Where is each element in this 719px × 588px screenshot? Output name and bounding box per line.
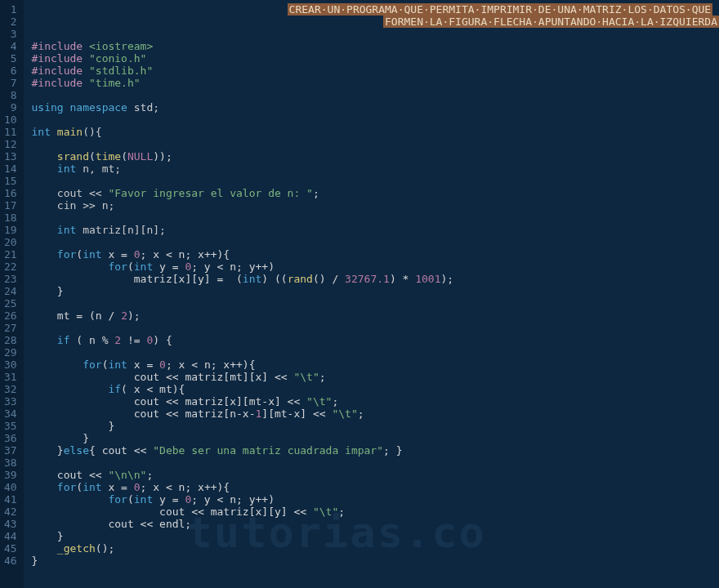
code-editor[interactable]: 1234567891011121314151617181920212223242…: [0, 0, 719, 588]
code-line: mt = (n / 2);: [32, 310, 719, 322]
line-number: 19: [3, 224, 17, 236]
line-number: 33: [3, 395, 17, 408]
code-line: for(int y = 0; y < n; y++): [32, 493, 719, 506]
line-number: 24: [3, 285, 17, 297]
code-line: cout << endl;: [32, 518, 719, 530]
line-number: 9: [3, 101, 17, 114]
code-line: cout << "\n\n";: [32, 469, 719, 481]
code-line: for(int x = 0; x < n; x++){: [32, 248, 719, 261]
line-number: 30: [3, 359, 17, 371]
code-line: cout << matriz[mt][x] << "\t";: [32, 371, 719, 383]
line-number: 14: [3, 163, 17, 175]
line-number: 25: [3, 297, 17, 310]
line-number: 42: [3, 506, 17, 518]
line-number: 26: [3, 310, 17, 322]
line-number: 28: [3, 334, 17, 346]
line-number: 17: [3, 199, 17, 212]
code-line: #include "stdlib.h": [32, 65, 719, 77]
code-line: [32, 322, 719, 334]
comment-banner: CREAR·UN·PROGRAMA·QUE·PERMITA·IMPRIMIR·D…: [288, 3, 713, 16]
code-line: #include "time.h": [32, 77, 719, 89]
code-line: #include "conio.h": [32, 52, 719, 65]
code-line: int n, mt;: [32, 163, 719, 175]
code-line: if ( n % 2 != 0) {: [32, 334, 719, 346]
code-line: }: [32, 530, 719, 542]
comment-banner: FORMEN·LA·FIGURA·FLECHA·APUNTANDO·HACIA·…: [383, 16, 719, 28]
line-number: 22: [3, 261, 17, 273]
code-line: for(int y = 0; y < n; y++): [32, 261, 719, 273]
code-line: int main(){: [32, 126, 719, 138]
code-line: [32, 175, 719, 187]
line-number: 4: [3, 40, 17, 52]
line-number: 2: [3, 16, 17, 28]
code-line: for(int x = 0; x < n; x++){: [32, 481, 719, 493]
line-number: 8: [3, 89, 17, 101]
code-line: cout << "Favor ingresar el valor de n: "…: [32, 187, 719, 199]
code-line: [32, 114, 719, 126]
code-line: #include <iostream>: [32, 40, 719, 52]
code-line: }else{ cout << "Debe ser una matriz cuad…: [32, 444, 719, 457]
line-number: 27: [3, 322, 17, 334]
code-line: }: [32, 420, 719, 432]
code-line: [32, 457, 719, 469]
code-line: for(int x = 0; x < n; x++){: [32, 359, 719, 371]
line-number: 20: [3, 236, 17, 248]
line-number: 23: [3, 273, 17, 285]
line-number: 35: [3, 420, 17, 432]
line-number: 37: [3, 444, 17, 457]
code-line: srand(time(NULL));: [32, 150, 719, 163]
line-number: 11: [3, 126, 17, 138]
code-line: if( x < mt){: [32, 383, 719, 395]
line-number: 38: [3, 457, 17, 469]
code-line: [32, 138, 719, 150]
code-line: [32, 297, 719, 310]
line-number: 41: [3, 493, 17, 506]
line-number: 18: [3, 212, 17, 224]
code-line: _getch();: [32, 542, 719, 555]
line-number: 34: [3, 408, 17, 420]
code-line: CREAR·UN·PROGRAMA·QUE·PERMITA·IMPRIMIR·D…: [32, 3, 719, 16]
code-line: cout << matriz[x][y] << "\t";: [32, 506, 719, 518]
line-number-gutter: 1234567891011121314151617181920212223242…: [0, 0, 24, 588]
line-number: 1: [3, 3, 17, 16]
line-number: 3: [3, 28, 17, 40]
line-number: 46: [3, 555, 17, 567]
code-line: [32, 236, 719, 248]
code-line: int matriz[n][n];: [32, 224, 719, 236]
line-number: 21: [3, 248, 17, 261]
line-number: 13: [3, 150, 17, 163]
code-line: [32, 28, 719, 40]
line-number: 36: [3, 432, 17, 444]
code-line: FORMEN·LA·FIGURA·FLECHA·APUNTANDO·HACIA·…: [32, 16, 719, 28]
line-number: 7: [3, 77, 17, 89]
code-line: [32, 212, 719, 224]
code-line: }: [32, 432, 719, 444]
code-line: cin >> n;: [32, 199, 719, 212]
line-number: 32: [3, 383, 17, 395]
line-number: 10: [3, 114, 17, 126]
line-number: 40: [3, 481, 17, 493]
line-number: 39: [3, 469, 17, 481]
line-number: 43: [3, 518, 17, 530]
line-number: 45: [3, 542, 17, 555]
code-line: }: [32, 285, 719, 297]
code-line: cout << matriz[n-x-1][mt-x] << "\t";: [32, 408, 719, 420]
code-line: using namespace std;: [32, 101, 719, 114]
line-number: 15: [3, 175, 17, 187]
line-number: 31: [3, 371, 17, 383]
line-number: 5: [3, 52, 17, 65]
code-line: matriz[x][y] = (int) ((rand() / 32767.1)…: [32, 273, 719, 285]
code-line: cout << matriz[x][mt-x] << "\t";: [32, 395, 719, 408]
code-line: [32, 89, 719, 101]
line-number: 6: [3, 65, 17, 77]
code-line: [32, 346, 719, 359]
line-number: 29: [3, 346, 17, 359]
line-number: 16: [3, 187, 17, 199]
code-line: }: [32, 555, 719, 567]
line-number: 44: [3, 530, 17, 542]
code-area[interactable]: CREAR·UN·PROGRAMA·QUE·PERMITA·IMPRIMIR·D…: [24, 0, 719, 588]
line-number: 12: [3, 138, 17, 150]
